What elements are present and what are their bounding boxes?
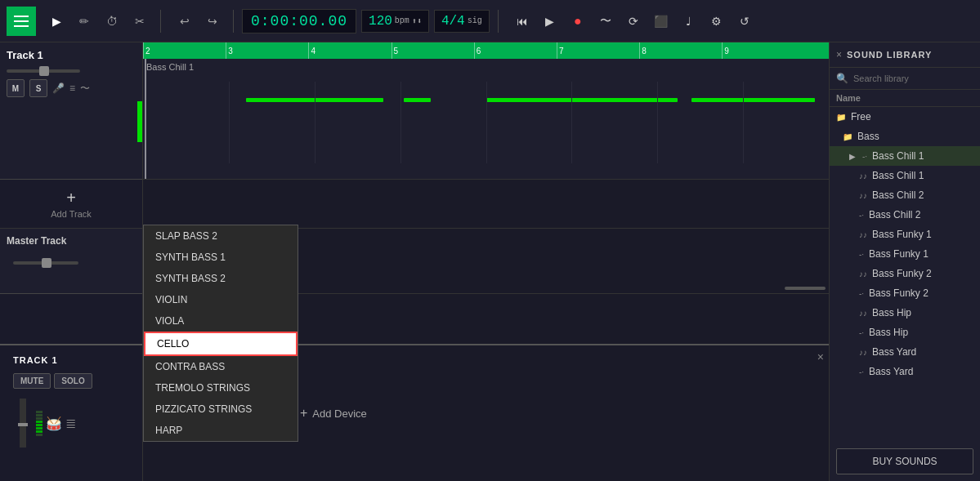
buy-sounds-button[interactable]: BUY SOUNDS: [836, 448, 973, 474]
dropdown-item-synth-bass-1[interactable]: SYNTH BASS 1: [144, 247, 298, 268]
track2-fader[interactable]: [20, 399, 26, 448]
clip-label: Bass Chill 1: [146, 62, 194, 72]
bpm-value: 120: [369, 14, 392, 29]
sound-icon-2: ♪♪: [859, 191, 867, 200]
timer-tool[interactable]: ⏱: [100, 9, 124, 33]
library-search-input[interactable]: [853, 73, 973, 83]
search-icon: 🔍: [836, 73, 848, 84]
add-device-button[interactable]: + Add Device: [290, 399, 377, 427]
master-track-name: Master Track: [7, 235, 66, 247]
add-track-area[interactable]: + Add Track: [0, 180, 142, 229]
track2-mute-button[interactable]: MUTE: [13, 373, 51, 389]
lib-item-bass-chill1-a[interactable]: ♪♪ Bass Chill 1: [830, 166, 980, 185]
export-button[interactable]: ⬛: [649, 9, 673, 33]
mute-button[interactable]: M: [7, 79, 25, 97]
sound-icon-4: ♪♪: [859, 269, 867, 278]
lib-bass-hip-a-label: Bass Hip: [872, 307, 911, 318]
lib-item-bass-funky1-a[interactable]: ♪♪ Bass Funky 1: [830, 225, 980, 244]
folder-icon-bass: 📁: [843, 132, 852, 141]
sound-icon-6b: -·: [859, 367, 864, 376]
metronome-button[interactable]: ♩: [677, 9, 701, 33]
track1-name: Track 1: [7, 49, 43, 61]
timeline-ruler: 2 3 4 5 6 7 8 9: [143, 42, 829, 59]
undo2-button[interactable]: ↺: [732, 9, 757, 33]
track1-fader[interactable]: [7, 69, 136, 73]
ruler-marks-container: 2 3 4 5 6 7 8 9: [143, 42, 829, 59]
library-close-button[interactable]: ×: [836, 49, 842, 60]
eq-icon[interactable]: ≣: [65, 416, 76, 431]
instrument-dropdown: SLAP BASS 2 SYNTH BASS 1 SYNTH BASS 2 VI…: [143, 225, 298, 442]
track1-controls: M S 🎤 ≡ 〜: [7, 79, 136, 97]
lib-item-bass-chill2-a[interactable]: ♪♪ Bass Chill 2: [830, 185, 980, 205]
redo-button[interactable]: ↪: [200, 9, 225, 33]
lib-item-bass-hip-a[interactable]: ♪♪ Bass Hip: [830, 303, 980, 323]
sig-display: 4/4 sig: [434, 10, 490, 33]
lib-item-bass-yard-a[interactable]: ♪♪ Bass Yard: [830, 342, 980, 362]
track1-arrangement[interactable]: Bass Chill 1: [143, 59, 829, 180]
settings-button[interactable]: ⚙: [705, 9, 729, 33]
menu-button[interactable]: [7, 7, 36, 36]
pencil-tool[interactable]: ✏: [72, 9, 96, 33]
lib-item-bass-yard-b[interactable]: -· Bass Yard: [830, 362, 980, 381]
dropdown-item-tremolo-strings[interactable]: TREMOLO STRINGS: [144, 377, 298, 399]
play-button[interactable]: ▶: [538, 9, 562, 33]
cut-tool[interactable]: ✂: [128, 9, 152, 33]
grid-line-6: [657, 82, 658, 163]
undo-button[interactable]: ↩: [172, 9, 197, 33]
ruler-mark-5: 5: [392, 42, 474, 59]
dropdown-item-viola[interactable]: VIOLA: [144, 310, 298, 332]
time-display: 0:00:00.00: [242, 9, 356, 33]
grid-line-1: [229, 82, 230, 163]
lib-bass-funky1-b-label: Bass Funky 1: [869, 248, 929, 260]
dropdown-item-cello[interactable]: CELLO: [144, 332, 298, 356]
record-button[interactable]: ●: [566, 9, 590, 33]
add-device-label: Add Device: [312, 408, 366, 420]
dropdown-item-contra-bass[interactable]: CONTRA BASS: [144, 356, 298, 377]
dropdown-item-synth-bass-2[interactable]: SYNTH BASS 2: [144, 268, 298, 289]
mic-icon[interactable]: 🎤: [52, 82, 65, 94]
drum-icon[interactable]: 🥁: [46, 416, 62, 431]
lib-item-bass-funky2-b[interactable]: -· Bass Funky 2: [830, 283, 980, 303]
lib-item-free[interactable]: 📁 Free: [830, 107, 980, 127]
add-track-plus-icon: +: [66, 189, 76, 207]
lib-item-bass-hip-b[interactable]: -· Bass Hip: [830, 323, 980, 342]
dropdown-item-violin[interactable]: VIOLIN: [144, 289, 298, 310]
solo-button[interactable]: S: [29, 79, 47, 97]
library-search: 🔍: [830, 68, 980, 90]
library-items-list: 📁 Free 📁 Bass ▶ -· Bass Chill 1 ♪♪ Bass …: [830, 107, 980, 442]
loop-button[interactable]: ⟳: [621, 9, 646, 33]
lib-item-bass[interactable]: 📁 Bass: [830, 127, 980, 146]
wave-icon[interactable]: 〜: [80, 82, 90, 96]
lib-item-bass-chill1-folder[interactable]: ▶ -· Bass Chill 1: [830, 146, 980, 166]
dropdown-item-pizzicato-strings[interactable]: PIZZICATO STRINGS: [144, 399, 298, 420]
master-fader[interactable]: [7, 255, 136, 271]
transport-controls: ⏮ ▶ ● 〜 ⟳ ⬛ ♩ ⚙ ↺: [510, 9, 757, 33]
divider-2: [233, 10, 234, 33]
lib-item-bass-funky2-a[interactable]: ♪♪ Bass Funky 2: [830, 264, 980, 283]
bpm-label: bpm: [395, 16, 409, 25]
grid-line-3: [401, 82, 401, 163]
track2-solo-button[interactable]: SOLO: [54, 373, 92, 389]
select-tool[interactable]: ▶: [44, 9, 69, 33]
device-panel-close[interactable]: ×: [817, 350, 824, 363]
bpm-arrows[interactable]: ⬆⬇: [412, 16, 422, 26]
ruler-mark-4: 4: [308, 42, 391, 59]
add-track-arrangement: [143, 180, 829, 229]
master-scroll-handle[interactable]: [785, 287, 826, 290]
expand-arrow-icon: ▶: [849, 152, 856, 161]
lib-item-bass-chill2-b[interactable]: -· Bass Chill 2: [830, 205, 980, 225]
library-header: × SOUND LIBRARY: [830, 42, 980, 68]
sound-icon-5b: -·: [859, 328, 864, 337]
dropdown-item-harp[interactable]: HARP: [144, 420, 298, 441]
lib-item-bass-funky1-b[interactable]: -· Bass Funky 1: [830, 244, 980, 264]
skip-back-button[interactable]: ⏮: [510, 9, 535, 33]
sig-value: 4/4: [441, 14, 465, 29]
automation-button[interactable]: 〜: [593, 9, 618, 33]
lib-bass-label: Bass: [857, 131, 879, 142]
library-col-header: Name: [830, 90, 980, 107]
lib-bass-yard-b-label: Bass Yard: [869, 366, 913, 377]
dropdown-item-slap-bass-2[interactable]: SLAP BASS 2: [144, 225, 298, 247]
tool-group-select: ▶ ✏ ⏱ ✂: [44, 9, 152, 33]
lib-bass-chill2-a-label: Bass Chill 2: [872, 189, 924, 201]
bars-icon[interactable]: ≡: [69, 82, 75, 94]
